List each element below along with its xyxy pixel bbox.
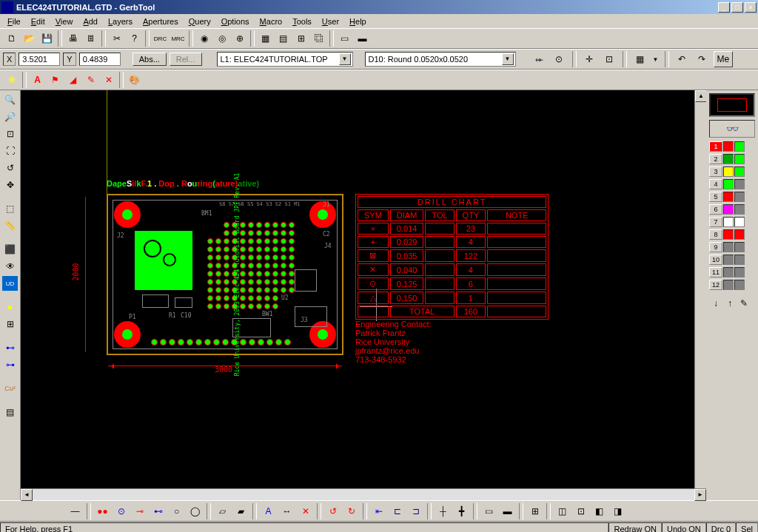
tool-text-icon[interactable]: A — [260, 503, 277, 519]
layer-color-2[interactable] — [734, 154, 745, 164]
tool-trace2-icon[interactable]: ⊷ — [150, 503, 167, 519]
text-a-icon[interactable]: A — [29, 72, 46, 88]
layer-number[interactable]: 6 — [709, 204, 722, 215]
layer-row-11[interactable]: 11 — [709, 266, 755, 278]
menu-macro[interactable]: Macro — [255, 16, 287, 27]
drc-icon[interactable]: DRC — [152, 30, 169, 47]
cu-icon[interactable]: Cu² — [1, 380, 19, 397]
layer-row-7[interactable]: 7 — [709, 216, 755, 228]
vertical-scrollbar[interactable]: ▲ — [694, 90, 706, 488]
tool-circle-icon[interactable]: ○ — [168, 503, 185, 519]
menu-query[interactable]: Query — [184, 16, 215, 27]
layer-color-1[interactable] — [723, 179, 734, 189]
print-preview-icon[interactable]: 🗏 — [82, 30, 99, 47]
menu-user[interactable]: User — [318, 16, 343, 27]
layers-panel-icon[interactable]: ▤ — [1, 404, 19, 420]
layer-number[interactable]: 1 — [709, 141, 722, 152]
layer-number[interactable]: 3 — [709, 166, 722, 177]
layer-color-1[interactable] — [723, 166, 734, 177]
select-icon[interactable]: ⬚ — [1, 201, 19, 217]
menu-view[interactable]: View — [51, 16, 78, 27]
layer-down-icon[interactable]: ↓ — [709, 297, 722, 310]
maximize-button[interactable]: □ — [731, 2, 743, 13]
menu-options[interactable]: Options — [217, 16, 254, 27]
close-button[interactable]: × — [745, 2, 757, 13]
layer-row-12[interactable]: 12 — [709, 279, 755, 291]
view-tool-icon[interactable]: 👁 — [1, 258, 19, 275]
snap-icon[interactable]: ⬰ — [531, 51, 548, 67]
layer-color-2[interactable] — [734, 166, 745, 177]
render2-icon[interactable]: ⊞ — [1, 316, 19, 332]
tool-grid1-icon[interactable]: ┼ — [435, 503, 452, 519]
layer-number[interactable]: 4 — [709, 179, 722, 189]
layer-row-9[interactable]: 9 — [709, 241, 755, 253]
tool-layer1-icon[interactable]: ▭ — [480, 503, 497, 519]
layer-color-2[interactable] — [734, 255, 745, 265]
layer-color-2[interactable] — [734, 204, 745, 215]
color-picker-icon[interactable]: 🎨 — [126, 72, 143, 88]
tool-pad-icon[interactable]: ●● — [94, 503, 111, 519]
layer-number[interactable]: 5 — [709, 192, 722, 202]
horizontal-scrollbar[interactable]: ◄ ► — [21, 488, 706, 500]
layer-number[interactable]: 11 — [709, 267, 722, 277]
tool-del-icon[interactable]: ✕ — [297, 503, 314, 519]
layer-color-2[interactable] — [734, 141, 745, 152]
chevron-down-icon[interactable]: ▼ — [339, 53, 351, 65]
help-icon[interactable]: ? — [126, 30, 143, 47]
layer-row-10[interactable]: 10 — [709, 254, 755, 266]
highlight-icon[interactable]: ❋ — [3, 72, 20, 88]
tool-layer2-icon[interactable]: ▬ — [499, 503, 516, 519]
tool-align-l-icon[interactable]: ⇤ — [370, 503, 387, 519]
layer-color-2[interactable] — [734, 192, 745, 202]
zoom-fit-icon[interactable]: ⛶ — [1, 143, 19, 159]
tool-trace-icon[interactable]: ⊸ — [131, 503, 148, 519]
tool-v3-icon[interactable]: ◧ — [591, 503, 608, 519]
ud-tool-icon[interactable]: UD — [1, 275, 19, 292]
layer-color-1[interactable] — [723, 255, 734, 265]
menu-tools[interactable]: Tools — [288, 16, 316, 27]
layer-color-1[interactable] — [723, 217, 734, 227]
tool-dim-icon[interactable]: ↔ — [278, 503, 295, 519]
marker-icon[interactable]: ◢ — [64, 72, 81, 88]
tool-grid2-icon[interactable]: ╋ — [453, 503, 470, 519]
cut-icon[interactable]: ✂ — [108, 30, 125, 47]
menu-apertures[interactable]: Apertures — [138, 16, 183, 27]
layer-number[interactable]: 2 — [709, 154, 722, 164]
layer-number[interactable]: 9 — [709, 242, 722, 252]
layer-color-2[interactable] — [734, 217, 745, 227]
layer-color-2[interactable] — [734, 242, 745, 252]
scroll-up-icon[interactable]: ▲ — [695, 90, 707, 102]
layer-color-1[interactable] — [723, 154, 734, 164]
overlay2-icon[interactable]: ◎ — [213, 30, 230, 47]
menu-add[interactable]: Add — [78, 16, 102, 27]
layers-icon[interactable]: ▭ — [336, 30, 353, 47]
pan-icon[interactable]: ✥ — [1, 177, 19, 193]
layer-color-2[interactable] — [734, 179, 745, 189]
layer-row-5[interactable]: 5 — [709, 191, 755, 203]
save-file-icon[interactable]: 💾 — [38, 30, 56, 47]
mrc-icon[interactable]: MRC — [170, 30, 187, 47]
chevron-down-icon[interactable]: ▼ — [502, 53, 514, 65]
layer-row-3[interactable]: 3 — [709, 166, 755, 178]
crosshair-icon[interactable]: ✛ — [581, 51, 598, 67]
layer-row-1[interactable]: 1 — [709, 141, 755, 152]
snap2-icon[interactable]: ⊙ — [551, 51, 568, 67]
menu-edit[interactable]: Edit — [27, 16, 50, 27]
layer-tool-icon[interactable]: ⬛ — [1, 241, 19, 257]
tool-v4-icon[interactable]: ◨ — [609, 503, 626, 519]
layer-up-icon[interactable]: ↑ — [723, 297, 737, 310]
tool-circle2-icon[interactable]: ◯ — [187, 503, 204, 519]
layer-pen-icon[interactable]: ✎ — [737, 297, 751, 310]
align-icon[interactable]: ▦ — [257, 30, 274, 47]
rel-button[interactable]: Rel... — [170, 53, 202, 66]
tool-v2-icon[interactable]: ⊡ — [572, 503, 589, 519]
zoom-out-icon[interactable]: 🔎 — [1, 109, 19, 125]
tool-align-c-icon[interactable]: ⊐ — [407, 503, 424, 519]
layer-color-1[interactable] — [723, 192, 734, 202]
aperture-dropdown[interactable]: D10: Round 0.0520x0.0520 ▼ — [365, 52, 516, 67]
menu-help[interactable]: Help — [345, 16, 371, 27]
tool-rot-ccw-icon[interactable]: ↺ — [324, 503, 341, 519]
tile-icon[interactable]: ▤ — [275, 30, 292, 47]
menu-file[interactable]: File — [3, 16, 25, 27]
render1-icon[interactable]: ● — [1, 299, 19, 315]
